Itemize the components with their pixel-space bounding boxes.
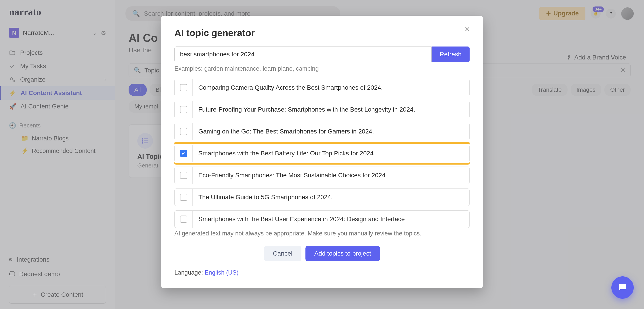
topic-checkbox[interactable] [180,150,187,157]
topic-list: Comparing Camera Quality Across the Best… [174,79,470,228]
topic-checkbox-cell[interactable] [175,101,192,118]
topic-checkbox-cell[interactable] [175,79,192,96]
topic-row: Smartphones with the Best User Experienc… [174,210,470,228]
topic-checkbox-cell[interactable] [175,145,192,162]
ai-topic-generator-modal: AI topic generator Refresh Examples: gar… [161,16,483,288]
topic-row: The Ultimate Guide to 5G Smartphones of … [174,188,470,206]
topic-checkbox[interactable] [180,172,187,179]
modal-title: AI topic generator [174,28,470,38]
topic-checkbox-cell[interactable] [175,210,192,228]
language-row: Language: English (US) [174,269,470,276]
topic-row: Eco-Friendly Smartphones: The Most Susta… [174,166,470,184]
topic-text[interactable]: Smartphones with the Best User Experienc… [192,210,469,228]
topic-row: Comparing Camera Quality Across the Best… [174,79,470,96]
refresh-button[interactable]: Refresh [432,46,470,62]
topic-text[interactable]: Comparing Camera Quality Across the Best… [192,79,469,96]
topic-row: Gaming on the Go: The Best Smartphones f… [174,123,470,140]
topic-checkbox[interactable] [180,216,187,223]
topic-row: Smartphones with the Best Battery Life: … [174,145,470,162]
topic-checkbox-cell[interactable] [175,167,192,184]
close-modal-button[interactable] [464,26,471,34]
chat-fab[interactable] [611,276,634,299]
language-link[interactable]: English (US) [204,269,238,276]
topic-text[interactable]: Smartphones with the Best Battery Life: … [192,145,469,162]
topic-checkbox[interactable] [180,84,187,91]
topic-row: Future-Proofing Your Purchase: Smartphon… [174,101,470,118]
cancel-button[interactable]: Cancel [264,246,302,261]
topic-input[interactable] [174,46,432,62]
topic-checkbox[interactable] [180,194,187,201]
examples-text: Examples: garden maintenance, learn pian… [174,65,470,72]
topic-text[interactable]: Eco-Friendly Smartphones: The Most Susta… [192,167,469,184]
chat-icon [617,282,628,293]
topic-text[interactable]: Gaming on the Go: The Best Smartphones f… [192,123,469,140]
topic-text[interactable]: Future-Proofing Your Purchase: Smartphon… [192,101,469,118]
topic-checkbox[interactable] [180,106,187,113]
topic-checkbox-cell[interactable] [175,123,192,140]
topic-checkbox-cell[interactable] [175,189,192,206]
disclaimer-text: AI generated text may not always be appr… [174,230,470,237]
topic-text[interactable]: The Ultimate Guide to 5G Smartphones of … [192,189,469,206]
add-topics-button[interactable]: Add topics to project [306,246,380,261]
topic-checkbox[interactable] [180,128,187,135]
